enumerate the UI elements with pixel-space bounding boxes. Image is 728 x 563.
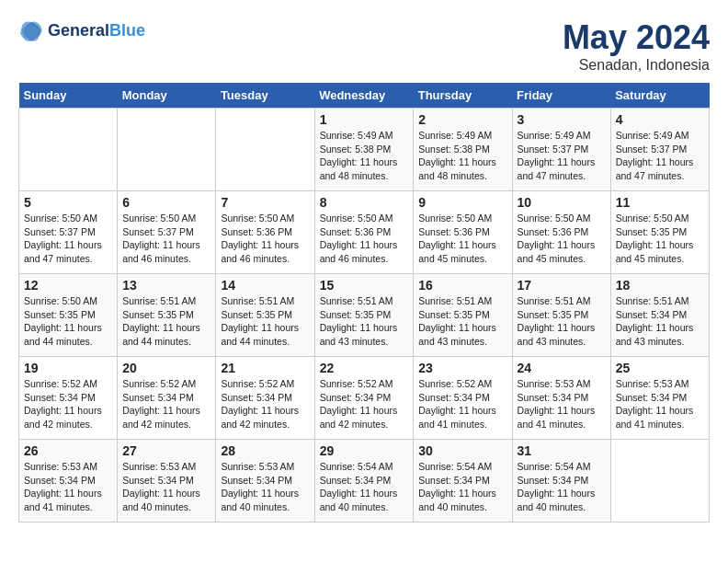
day-number: 8 bbox=[320, 195, 409, 210]
weekday-header: Saturday bbox=[610, 83, 709, 109]
calendar-cell: 21Sunrise: 5:52 AM Sunset: 5:34 PM Dayli… bbox=[216, 357, 314, 440]
day-info: Sunrise: 5:50 AM Sunset: 5:37 PM Dayligh… bbox=[122, 212, 210, 266]
calendar-week-row: 19Sunrise: 5:52 AM Sunset: 5:34 PM Dayli… bbox=[19, 357, 710, 440]
day-info: Sunrise: 5:53 AM Sunset: 5:34 PM Dayligh… bbox=[122, 460, 210, 514]
day-info: Sunrise: 5:53 AM Sunset: 5:34 PM Dayligh… bbox=[24, 460, 112, 514]
day-info: Sunrise: 5:50 AM Sunset: 5:36 PM Dayligh… bbox=[418, 212, 506, 266]
day-info: Sunrise: 5:50 AM Sunset: 5:35 PM Dayligh… bbox=[24, 294, 112, 349]
day-info: Sunrise: 5:53 AM Sunset: 5:34 PM Dayligh… bbox=[518, 377, 606, 431]
day-info: Sunrise: 5:53 AM Sunset: 5:34 PM Dayligh… bbox=[616, 377, 704, 431]
day-number: 29 bbox=[320, 443, 409, 458]
day-number: 23 bbox=[418, 361, 506, 375]
calendar-cell: 16Sunrise: 5:51 AM Sunset: 5:35 PM Dayli… bbox=[414, 274, 512, 357]
day-number: 24 bbox=[518, 361, 606, 375]
weekday-header: Monday bbox=[118, 83, 216, 109]
day-info: Sunrise: 5:51 AM Sunset: 5:35 PM Dayligh… bbox=[320, 294, 409, 349]
calendar-week-row: 5Sunrise: 5:50 AM Sunset: 5:37 PM Daylig… bbox=[19, 191, 710, 274]
day-info: Sunrise: 5:51 AM Sunset: 5:35 PM Dayligh… bbox=[122, 294, 210, 349]
calendar-week-row: 26Sunrise: 5:53 AM Sunset: 5:34 PM Dayli… bbox=[19, 440, 710, 523]
calendar-cell bbox=[216, 109, 314, 191]
day-info: Sunrise: 5:51 AM Sunset: 5:35 PM Dayligh… bbox=[418, 294, 506, 349]
location: Senadan, Indonesia bbox=[563, 57, 710, 74]
day-info: Sunrise: 5:50 AM Sunset: 5:36 PM Dayligh… bbox=[518, 212, 606, 266]
calendar-week-row: 12Sunrise: 5:50 AM Sunset: 5:35 PM Dayli… bbox=[19, 274, 710, 357]
day-info: Sunrise: 5:49 AM Sunset: 5:37 PM Dayligh… bbox=[616, 129, 704, 183]
calendar-cell: 18Sunrise: 5:51 AM Sunset: 5:34 PM Dayli… bbox=[610, 274, 709, 357]
calendar-week-row: 1Sunrise: 5:49 AM Sunset: 5:38 PM Daylig… bbox=[19, 109, 710, 191]
day-info: Sunrise: 5:54 AM Sunset: 5:34 PM Dayligh… bbox=[320, 460, 409, 514]
day-number: 19 bbox=[24, 361, 112, 375]
calendar-cell: 1Sunrise: 5:49 AM Sunset: 5:38 PM Daylig… bbox=[314, 109, 414, 191]
calendar-cell: 8Sunrise: 5:50 AM Sunset: 5:36 PM Daylig… bbox=[314, 191, 414, 274]
day-info: Sunrise: 5:51 AM Sunset: 5:34 PM Dayligh… bbox=[616, 294, 704, 349]
calendar-cell: 20Sunrise: 5:52 AM Sunset: 5:34 PM Dayli… bbox=[118, 357, 216, 440]
day-number: 4 bbox=[616, 112, 704, 127]
logo-icon bbox=[18, 18, 44, 44]
day-number: 14 bbox=[221, 278, 309, 293]
day-info: Sunrise: 5:54 AM Sunset: 5:34 PM Dayligh… bbox=[418, 460, 506, 514]
calendar-cell bbox=[19, 109, 118, 191]
calendar-cell: 26Sunrise: 5:53 AM Sunset: 5:34 PM Dayli… bbox=[19, 440, 118, 523]
day-info: Sunrise: 5:49 AM Sunset: 5:37 PM Dayligh… bbox=[518, 129, 606, 183]
calendar-cell: 15Sunrise: 5:51 AM Sunset: 5:35 PM Dayli… bbox=[314, 274, 414, 357]
calendar-cell: 11Sunrise: 5:50 AM Sunset: 5:35 PM Dayli… bbox=[610, 191, 709, 274]
weekday-header: Friday bbox=[512, 83, 610, 109]
day-number: 10 bbox=[518, 195, 606, 210]
weekday-header: Wednesday bbox=[314, 83, 414, 109]
calendar-cell: 13Sunrise: 5:51 AM Sunset: 5:35 PM Dayli… bbox=[118, 274, 216, 357]
calendar-cell: 14Sunrise: 5:51 AM Sunset: 5:35 PM Dayli… bbox=[216, 274, 314, 357]
day-number: 31 bbox=[518, 443, 606, 458]
day-info: Sunrise: 5:50 AM Sunset: 5:36 PM Dayligh… bbox=[320, 212, 409, 266]
calendar-cell: 6Sunrise: 5:50 AM Sunset: 5:37 PM Daylig… bbox=[118, 191, 216, 274]
day-number: 30 bbox=[418, 443, 506, 458]
logo-name: GeneralBlue bbox=[48, 22, 145, 40]
day-info: Sunrise: 5:52 AM Sunset: 5:34 PM Dayligh… bbox=[24, 377, 112, 431]
calendar-cell: 12Sunrise: 5:50 AM Sunset: 5:35 PM Dayli… bbox=[19, 274, 118, 357]
calendar-cell bbox=[610, 440, 709, 523]
day-number: 1 bbox=[320, 112, 409, 127]
calendar-cell: 29Sunrise: 5:54 AM Sunset: 5:34 PM Dayli… bbox=[314, 440, 414, 523]
day-number: 2 bbox=[418, 112, 506, 127]
page-header: GeneralBlue May 2024 Senadan, Indonesia bbox=[18, 18, 710, 74]
calendar-cell: 27Sunrise: 5:53 AM Sunset: 5:34 PM Dayli… bbox=[118, 440, 216, 523]
day-number: 27 bbox=[122, 443, 210, 458]
weekday-header: Sunday bbox=[19, 83, 118, 109]
calendar-cell: 31Sunrise: 5:54 AM Sunset: 5:34 PM Dayli… bbox=[512, 440, 610, 523]
day-number: 26 bbox=[24, 443, 112, 458]
day-number: 18 bbox=[616, 278, 704, 293]
day-number: 12 bbox=[24, 278, 112, 293]
calendar-cell: 2Sunrise: 5:49 AM Sunset: 5:38 PM Daylig… bbox=[414, 109, 512, 191]
calendar-cell: 4Sunrise: 5:49 AM Sunset: 5:37 PM Daylig… bbox=[610, 109, 709, 191]
title-block: May 2024 Senadan, Indonesia bbox=[563, 18, 710, 74]
weekday-header-row: SundayMondayTuesdayWednesdayThursdayFrid… bbox=[19, 83, 710, 109]
day-number: 9 bbox=[418, 195, 506, 210]
day-number: 20 bbox=[122, 361, 210, 375]
calendar-cell: 17Sunrise: 5:51 AM Sunset: 5:35 PM Dayli… bbox=[512, 274, 610, 357]
calendar-cell: 19Sunrise: 5:52 AM Sunset: 5:34 PM Dayli… bbox=[19, 357, 118, 440]
day-info: Sunrise: 5:50 AM Sunset: 5:35 PM Dayligh… bbox=[616, 212, 704, 266]
month-title: May 2024 bbox=[563, 18, 710, 57]
calendar-cell: 25Sunrise: 5:53 AM Sunset: 5:34 PM Dayli… bbox=[610, 357, 709, 440]
calendar-cell: 28Sunrise: 5:53 AM Sunset: 5:34 PM Dayli… bbox=[216, 440, 314, 523]
day-number: 15 bbox=[320, 278, 409, 293]
day-number: 11 bbox=[616, 195, 704, 210]
day-number: 17 bbox=[518, 278, 606, 293]
day-info: Sunrise: 5:53 AM Sunset: 5:34 PM Dayligh… bbox=[221, 460, 309, 514]
day-info: Sunrise: 5:51 AM Sunset: 5:35 PM Dayligh… bbox=[518, 294, 606, 349]
day-number: 16 bbox=[418, 278, 506, 293]
weekday-header: Tuesday bbox=[216, 83, 314, 109]
day-number: 22 bbox=[320, 361, 409, 375]
day-number: 28 bbox=[221, 443, 309, 458]
day-info: Sunrise: 5:50 AM Sunset: 5:37 PM Dayligh… bbox=[24, 212, 112, 266]
day-number: 21 bbox=[221, 361, 309, 375]
calendar-cell: 10Sunrise: 5:50 AM Sunset: 5:36 PM Dayli… bbox=[512, 191, 610, 274]
day-info: Sunrise: 5:54 AM Sunset: 5:34 PM Dayligh… bbox=[518, 460, 606, 514]
day-info: Sunrise: 5:52 AM Sunset: 5:34 PM Dayligh… bbox=[418, 377, 506, 431]
day-info: Sunrise: 5:49 AM Sunset: 5:38 PM Dayligh… bbox=[418, 129, 506, 183]
calendar-cell: 30Sunrise: 5:54 AM Sunset: 5:34 PM Dayli… bbox=[414, 440, 512, 523]
day-number: 5 bbox=[24, 195, 112, 210]
calendar-cell: 3Sunrise: 5:49 AM Sunset: 5:37 PM Daylig… bbox=[512, 109, 610, 191]
day-number: 3 bbox=[518, 112, 606, 127]
day-number: 6 bbox=[122, 195, 210, 210]
logo: GeneralBlue bbox=[18, 18, 145, 44]
